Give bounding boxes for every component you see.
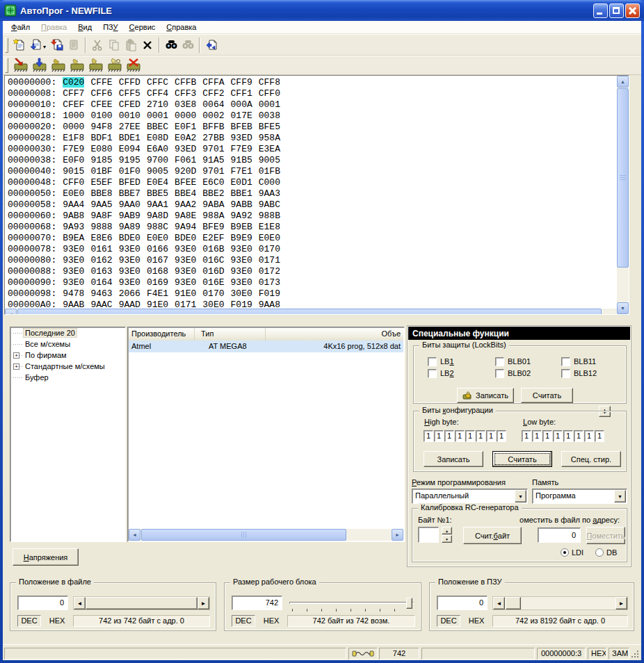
hex-view[interactable]: 00000000:C020CFFECFFDCFFCCFFBCFFACFF9CFF… <box>4 75 629 315</box>
hex-word[interactable]: 0161 <box>90 244 112 254</box>
tree-item-Стандартные м/схемы[interactable]: +Стандартные м/схемы <box>10 361 125 372</box>
hex-word[interactable]: 93E0 <box>231 277 252 288</box>
hex-word[interactable]: BFEE <box>175 177 196 188</box>
chip-read-button[interactable] <box>30 57 49 74</box>
hex-word[interactable]: 0001 <box>147 110 168 121</box>
hex-word[interactable]: CFEF <box>63 99 84 110</box>
hex-word[interactable]: 9ABB <box>231 199 252 210</box>
menu-item-Правка[interactable]: Правка <box>35 22 72 33</box>
dec-toggle-button[interactable]: DEC <box>17 615 41 627</box>
hex-word[interactable]: BBE8 <box>90 188 112 199</box>
hex-word[interactable]: 27BB <box>202 133 224 143</box>
hex-word[interactable]: 9AA4 <box>63 199 84 210</box>
maximize-button[interactable] <box>609 3 624 18</box>
low-bit-cell[interactable]: 1 <box>532 430 542 442</box>
hex-word[interactable]: E3EA <box>259 144 280 154</box>
hex-word[interactable]: BFED <box>119 177 140 188</box>
hex-word[interactable]: CFFB <box>175 77 196 88</box>
hex-word[interactable]: 9A94 <box>175 222 196 232</box>
menu-item-ПЗУ[interactable]: ПЗУ <box>97 22 123 33</box>
hex-word[interactable]: 93E0 <box>119 266 140 277</box>
hex-word[interactable]: CFF5 <box>119 88 140 99</box>
hex-word[interactable]: CFF6 <box>90 88 112 99</box>
hex-word[interactable]: 988A <box>202 211 224 221</box>
spin-down-icon[interactable]: ▼ <box>442 535 452 543</box>
hex-word[interactable]: E0E0 <box>259 233 280 243</box>
hex-word[interactable]: 93E0 <box>231 255 252 265</box>
hex-word[interactable]: 0010 <box>119 110 140 121</box>
hex-word[interactable]: CFFE <box>90 77 112 88</box>
hex-word[interactable]: CFED <box>119 99 140 110</box>
chip-verify-button[interactable] <box>49 57 67 74</box>
chip-erase-button[interactable] <box>124 57 143 74</box>
hex-word[interactable]: 9AB9 <box>119 211 140 221</box>
memory-select[interactable]: Программа ▼ <box>532 489 627 504</box>
file-position-scrollbar[interactable]: ◄ ► <box>73 596 210 610</box>
checkbox-icon[interactable] <box>561 369 570 378</box>
high-bit-cell[interactable]: 1 <box>486 430 496 442</box>
high-bit-cell[interactable]: 1 <box>434 430 444 442</box>
hex-word[interactable]: 0162 <box>90 255 112 265</box>
hex-word[interactable]: E1F8 <box>63 133 84 143</box>
hex-word[interactable]: 9AA5 <box>90 199 112 210</box>
hex-word[interactable]: 9AA0 <box>119 199 140 210</box>
hex-word[interactable]: E0D1 <box>231 177 252 188</box>
block-size-input[interactable]: 742 <box>232 596 282 610</box>
hex-word[interactable]: BFE9 <box>202 222 224 232</box>
hex-word[interactable]: 93E0 <box>63 255 84 265</box>
tree-item-Последние 20[interactable]: Последние 20 <box>10 327 125 338</box>
scroll-right-button[interactable]: ► <box>392 529 403 541</box>
high-bit-cell[interactable]: 1 <box>476 430 485 442</box>
hex-word[interactable]: BFEB <box>231 122 252 132</box>
checkbox-icon[interactable] <box>561 357 570 366</box>
hex-word[interactable]: F7E9 <box>231 144 252 154</box>
hex-word[interactable]: 03E8 <box>175 99 196 110</box>
hex-word[interactable]: 988C <box>147 222 168 232</box>
hex-word[interactable]: 0000 <box>63 122 84 132</box>
find-button[interactable] <box>163 37 179 54</box>
hex-word[interactable]: 016B <box>202 244 224 254</box>
high-bit-cell[interactable]: 1 <box>465 430 475 442</box>
byte1-input[interactable] <box>418 527 439 543</box>
hex-word[interactable]: 0172 <box>259 266 280 277</box>
table-horizontal-scrollbar[interactable]: ◄ ► <box>129 529 403 541</box>
menu-item-Сервис[interactable]: Сервис <box>124 22 161 33</box>
hex-word[interactable]: 988B <box>259 211 280 221</box>
hex-word[interactable]: F7E9 <box>63 144 84 154</box>
hex-word[interactable]: BDE1 <box>119 133 140 143</box>
hex-word[interactable]: CFEE <box>90 99 112 110</box>
hex-word[interactable]: BDE0 <box>119 233 140 243</box>
hex-word[interactable]: E6C0 <box>202 177 224 188</box>
reload-file-button[interactable] <box>203 37 220 54</box>
cut-button[interactable] <box>89 37 106 54</box>
hex-word[interactable]: 91A5 <box>202 155 224 165</box>
hex-word[interactable]: 93E0 <box>175 255 196 265</box>
hex-word[interactable]: 93E0 <box>119 277 140 288</box>
file-position-input[interactable]: 0 <box>17 596 68 610</box>
special-erase-button[interactable]: Спец. стир. <box>561 451 621 467</box>
hex-word[interactable]: 93E0 <box>63 244 84 254</box>
toolbar-grip[interactable] <box>5 38 8 53</box>
checkbox-icon[interactable] <box>495 357 504 366</box>
tree-item-По фирмам[interactable]: +По фирмам <box>10 350 125 361</box>
combo-arrow-icon[interactable]: ▼ <box>515 490 526 502</box>
hex-word[interactable]: BBE1 <box>231 188 252 199</box>
hex-word[interactable]: 0166 <box>147 244 168 254</box>
hex-word[interactable]: E0F1 <box>175 122 196 132</box>
hex-word[interactable]: 9701 <box>202 166 224 177</box>
hex-word[interactable]: BFFB <box>202 122 224 132</box>
hex-word[interactable]: E0E0 <box>147 233 168 243</box>
resize-grip[interactable] <box>630 649 640 659</box>
open-file-button[interactable] <box>28 37 45 54</box>
lockbit-BLB01[interactable]: BLB01 <box>495 356 561 367</box>
hex-word[interactable]: 9AA1 <box>147 199 168 210</box>
hex-word[interactable]: C000 <box>259 177 280 188</box>
hex-word[interactable]: 9AB8 <box>63 211 84 221</box>
hex-word[interactable]: BBE4 <box>175 188 196 199</box>
rom-position-input[interactable]: 0 <box>437 596 488 610</box>
hex-word[interactable]: F7E1 <box>231 166 252 177</box>
scroll-down-button[interactable]: ▼ <box>617 302 629 314</box>
byte1-spinner[interactable]: ▲ ▼ <box>442 527 452 542</box>
close-button[interactable] <box>625 3 640 18</box>
checkbox-icon[interactable] <box>495 369 504 378</box>
